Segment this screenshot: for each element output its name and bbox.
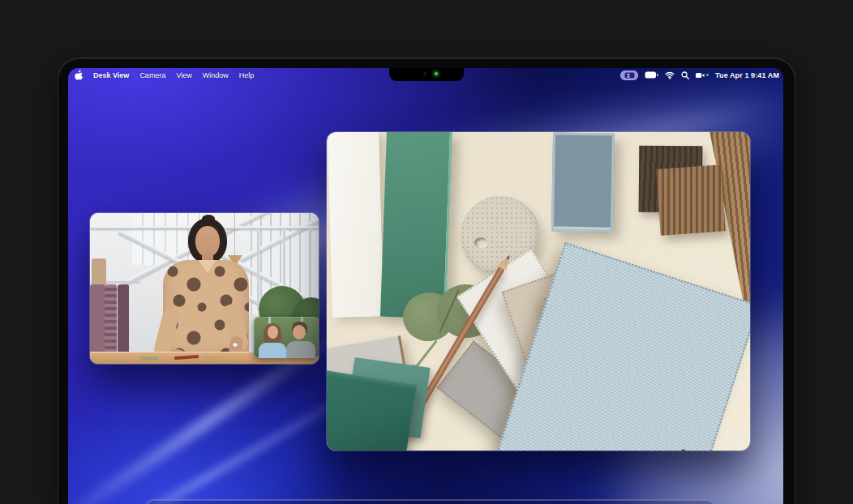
hanging-garment-plum [118,284,129,359]
camera-active-icon[interactable] [696,72,709,79]
pendant-lamp-cord [234,213,235,257]
presenter-ring [233,343,238,347]
menu-bar-status: Tue Apr 1 9:41 AM [620,70,779,80]
menu-item-help[interactable]: Help [239,71,255,79]
battery-icon[interactable] [645,71,658,79]
menu-item-camera[interactable]: Camera [139,71,165,79]
white-tile-sample [328,132,384,318]
apple-logo-icon[interactable] [75,70,83,80]
notch-camera-indicator [435,72,438,75]
hanging-garment-tan [92,258,106,286]
menu-bar-left: Desk View Camera View Window Help [75,70,254,80]
spotlight-icon[interactable] [681,71,689,79]
display-notch [389,68,464,81]
presenter-hair-bun [202,215,215,223]
menu-app-name[interactable]: Desk View [93,71,129,79]
background-window-edge[interactable] [146,499,715,504]
desk-fabric-sample-sage [140,357,158,360]
pip-woman-body [259,343,286,358]
teal-tile-sample [380,132,452,318]
macbook-body: Desk View Camera View Window Help [58,58,795,504]
medium-wood-sample [656,164,726,235]
pip-woman-face [268,326,278,339]
facetime-call-window[interactable] [90,213,319,364]
desk-view-window[interactable] [327,132,750,451]
notch-camera-lens [423,72,426,75]
presenter-face [195,226,220,257]
pip-man-body [286,341,315,358]
dark-green-square-tile [327,369,417,451]
macbook-screen: Desk View Camera View Window Help [68,68,783,504]
fabric-snap-button [680,449,687,451]
camera-active-dot [706,74,709,76]
call-pip-thumbnail[interactable] [254,317,319,358]
menu-item-window[interactable]: Window [203,71,229,79]
menu-item-view[interactable]: View [176,71,191,79]
felt-disc-hole [474,237,487,248]
steel-post [257,229,259,310]
desktop-stage: Desk View Camera View Window Help [0,0,853,504]
menu-bar-clock[interactable]: Tue Apr 1 9:41 AM [715,71,779,79]
pip-man-face [293,325,306,340]
wifi-icon[interactable] [665,71,675,79]
screen-mirroring-icon[interactable] [620,70,638,80]
blue-glass-tile-sample [551,132,615,232]
